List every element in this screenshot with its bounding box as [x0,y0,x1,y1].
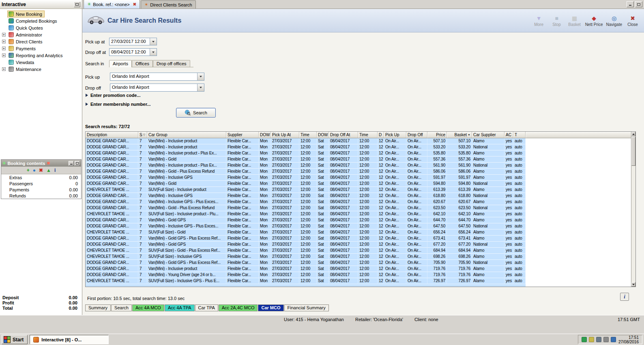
expand-plus-icon[interactable]: + [2,54,6,57]
close-button[interactable]: ✖Close [624,11,642,31]
membership-number-expander[interactable]: Enter membership number... [86,102,151,107]
sidebar-item-administrator[interactable]: +Administrator [0,31,82,38]
table-row[interactable]: DODGE GRAND CAR...7Van(Mini) - Gold GPSF… [86,242,631,248]
bottom-tab-acc-2a-4c-mco[interactable]: Acc 2A,4C MCO [219,304,258,311]
add-item-icon[interactable]: + [27,167,30,173]
bottom-tab-acc-4a-mco[interactable]: Acc 4A MCO [132,304,164,311]
table-row[interactable]: DODGE GRAND CAR...7Van(Mini) - Inclusive… [86,199,631,205]
expand-plus-icon[interactable]: + [2,33,6,36]
booking-minimize-button[interactable] [69,161,74,166]
table-row[interactable]: DODGE GRAND CAR...7Van(Mini) - GoldFlexi… [86,156,631,163]
chat-icon[interactable] [589,337,594,342]
pickup-at-dropdown-button[interactable] [150,38,157,45]
table-row[interactable]: CHEVROLET TAHOE ...7SUV(Full Size) - Inc… [86,254,631,260]
table-row[interactable]: DODGE GRAND CAR...7Van(Mini) - Inclusive… [86,193,631,199]
table-row[interactable]: DODGE GRAND CAR...7Van(Mini) - Gold - Pl… [86,169,631,175]
column-header-time[interactable]: Time [299,132,317,138]
table-row[interactable]: CHEVROLET TAHOE ...7SUV(Full Size) - Gol… [86,248,631,254]
table-row[interactable]: CHEVROLET TAHOE ...7SUV(Full Size) - Inc… [86,278,631,284]
delete-item-icon[interactable]: ✖ [39,167,43,173]
dropoff-dropdown-button[interactable] [197,84,204,91]
column-header-price[interactable]: Price [427,132,447,138]
tab-book-ref-none[interactable]: ✳Book. ref.: <none>✖ [84,0,140,9]
column-header-dow[interactable]: DOW [317,132,329,138]
table-row[interactable]: DODGE GRAND CAR...7Van(Mini) - Gold GPS … [86,236,631,242]
table-row[interactable]: DODGE GRAND CAR...7Van(Mini) - Inclusive… [86,163,631,169]
upgrade-icon[interactable]: ▲ [46,167,51,173]
restore-button[interactable] [635,1,642,7]
expand-plus-icon[interactable]: + [2,47,6,50]
minimize-button[interactable] [627,1,634,7]
filter-icon[interactable]: ▽ [143,133,145,137]
network-icon[interactable] [582,337,587,342]
column-header-s[interactable]: S▽ [138,132,147,138]
column-header-supplier[interactable]: Supplier [226,132,259,138]
pickup-combobox[interactable]: Orlando Intl Airport [110,73,204,81]
sidebar-item-viewdata[interactable]: Viewdata [0,59,82,66]
sidebar-item-quick-quotes[interactable]: Quick Quotes [0,24,82,31]
bottom-tab-search[interactable]: Search [111,304,132,311]
booking-row[interactable]: Passengers0 [1,180,81,186]
bottom-tab-car-mco[interactable]: Car MCO [258,304,283,311]
dropoff-at-field[interactable]: 08/04/2017 12:00 [109,48,157,56]
column-header-pick-up-at[interactable]: Pick Up At [271,132,299,138]
table-row[interactable]: DODGE GRAND CAR...7Van(Mini) - Gold GPS … [86,260,631,266]
table-row[interactable]: DODGE GRAND CAR...7Van(Mini) - Inclusive… [86,150,631,156]
sidebar-item-completed-bookings[interactable]: Completed Bookings [0,17,82,24]
booking-row[interactable]: Refunds0.00 [1,193,81,199]
scroll-down-button[interactable] [631,282,635,287]
tab-close-icon[interactable]: ✖ [133,2,136,6]
navigate-button[interactable]: ◎Navigate [605,11,624,31]
search-in-tab-drop-off-offices[interactable]: Drop off offices [153,60,190,67]
dropoff-combobox[interactable]: Orlando Intl Airport [110,84,204,92]
vertical-scrollbar[interactable] [631,132,635,287]
table-row[interactable]: DODGE GRAND CAR...7Van(Mini) - Inclusive… [86,138,631,144]
taskbar-task-button[interactable]: Interactive [8] - O... [30,335,109,344]
column-header-car-supplier[interactable]: Car Supplier [472,132,504,138]
column-header-pick-up[interactable]: Pick Up [384,132,406,138]
start-button[interactable]: Start [2,335,28,344]
table-row[interactable]: CHEVROLET TAHOE ...7SUV(Full Size) - Inc… [86,211,631,217]
column-header-car-group[interactable]: Car Group [147,132,226,138]
sidebar-restore-button[interactable] [74,2,80,7]
column-header-drop-off-at[interactable]: Drop Off At [329,132,358,138]
search-button[interactable]: Search [176,108,216,118]
sidebar-item-reporting-and-analytics[interactable]: +Reporting and Analytics [0,52,82,59]
sidebar-item-maintenance[interactable]: +Maintenance [0,66,82,73]
column-header-time[interactable]: Time [358,132,378,138]
column-header-t[interactable]: T [513,132,526,138]
pickup-dropdown-button[interactable] [197,73,204,80]
scroll-up-button[interactable] [631,132,635,136]
pickup-at-field[interactable]: 27/03/2017 12:00 [109,38,157,45]
column-header-d[interactable]: D [378,132,384,138]
table-row[interactable]: DODGE GRAND CAR...7Van(Mini) - GoldFlexi… [86,181,631,187]
table-row[interactable]: DODGE GRAND CAR...7Van(Mini) - Inclusive… [86,223,631,229]
bottom-tab-summary[interactable]: Summary [85,304,111,311]
save-icon[interactable] [603,337,609,342]
booking-row[interactable]: Payments0.00 [1,186,81,193]
booking-maximize-button[interactable] [75,161,80,166]
table-row[interactable]: DODGE GRAND CAR...7Van(Mini) - Inclusive… [86,144,631,150]
search-in-tab-offices[interactable]: Offices [132,60,153,67]
column-header-ac[interactable]: AC [504,132,513,138]
table-row[interactable]: DODGE GRAND CAR...7Van(Mini) - Gold - Pl… [86,205,631,211]
tab-direct-clients-search[interactable]: ✶Direct Clients Search [141,0,196,9]
column-header-basket[interactable]: Basket▼ [447,132,472,138]
table-row[interactable]: DODGE GRAND CAR...7Van(Mini) - Gold GPSF… [86,217,631,223]
table-row[interactable]: CHEVROLET TAHOE ...7SUV(Full Size) - Inc… [86,187,631,193]
expand-plus-icon[interactable]: + [2,67,6,71]
bottom-tab-car-tpa[interactable]: Car TPA [195,304,218,311]
globe-icon[interactable]: ● [33,167,36,173]
scrollbar-thumb[interactable] [631,137,635,166]
booking-close-icon[interactable]: ✖ [47,161,50,165]
nett-price-button[interactable]: ◆Nett Price [584,11,605,31]
column-header-dow[interactable]: DOW [259,132,271,138]
table-row[interactable]: DODGE GRAND CAR...7Van(Mini) - Inclusive… [86,266,631,272]
bottom-tab-financial-summary[interactable]: Financial Summary [284,304,329,311]
promotion-code-expander[interactable]: Enter promotion code... [86,93,140,98]
sidebar-item-direct-clients[interactable]: +Direct Clients [0,38,82,45]
sidebar-item-new-booking[interactable]: New Booking [0,11,82,17]
search-in-tab-airports[interactable]: Airports [109,60,132,67]
column-header-drop-off[interactable]: Drop Off [406,132,427,138]
table-row[interactable]: DODGE GRAND CAR...7Van(Mini) - Young Dri… [86,272,631,278]
